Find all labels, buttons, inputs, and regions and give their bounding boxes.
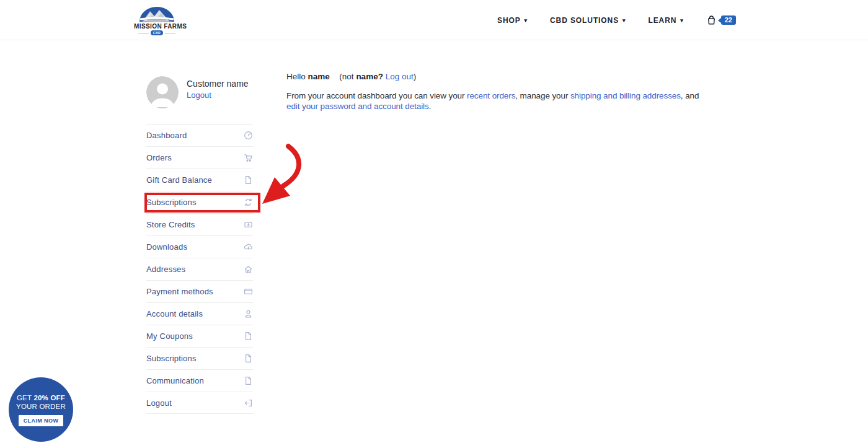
sidebar-item-orders[interactable]: Orders <box>146 146 253 169</box>
sidebar-item-label: Subscriptions <box>146 198 197 207</box>
annotation-arrow <box>251 143 322 211</box>
sidebar-item-label: Communication <box>146 376 204 385</box>
greeting-close-paren: ) <box>414 72 417 81</box>
site-header: MISSION FARMS CBD SHOP ▾ CBD SOLUTIONS ▾… <box>0 0 868 40</box>
file-icon <box>244 175 253 185</box>
credit-card-icon <box>244 287 253 296</box>
brand-name: MISSION FARMS <box>134 23 180 30</box>
claim-now-button[interactable]: CLAIM NOW <box>19 415 64 426</box>
badge-rule-left <box>138 33 149 33</box>
home-icon <box>244 265 253 274</box>
card-arrow-icon <box>244 220 253 229</box>
sidebar-item-logout[interactable]: Logout <box>146 392 253 414</box>
dashboard-paragraph: From your account dashboard you can view… <box>286 90 714 112</box>
cart-icon <box>244 153 253 162</box>
sidebar-item-subscriptions-2[interactable]: Subscriptions <box>146 347 253 369</box>
sidebar-item-label: Subscriptions <box>146 354 197 363</box>
cart-count-badge: 22 <box>721 15 736 25</box>
user-icon <box>244 309 253 318</box>
edit-password-account-link[interactable]: edit your password and account details <box>286 102 429 111</box>
cart-button[interactable]: 22 <box>706 15 736 25</box>
paragraph-text: , and <box>681 91 699 100</box>
gauge-icon <box>244 131 253 140</box>
sidebar-item-label: Account details <box>146 309 203 318</box>
sync-icon <box>244 198 253 207</box>
greeting-not-text: (not <box>339 72 353 81</box>
sidebar-item-gift-card-balance[interactable]: Gift Card Balance <box>146 169 253 191</box>
sidebar-item-label: Gift Card Balance <box>146 175 212 185</box>
brand-cbd-badge: CBD <box>151 30 163 35</box>
sign-out-icon <box>244 398 253 408</box>
sidebar-item-account-details[interactable]: Account details <box>146 302 253 325</box>
sidebar-item-store-credits[interactable]: Store Credits <box>146 213 253 235</box>
brand-badge-row: CBD <box>134 30 180 35</box>
greeting-username: name <box>308 72 330 81</box>
chevron-down-icon: ▾ <box>622 17 626 24</box>
greeting-hello: Hello <box>286 72 306 81</box>
sidebar-item-payment-methods[interactable]: Payment methods <box>146 280 253 302</box>
log-out-link[interactable]: Log out <box>386 72 414 81</box>
paragraph-text: From your account dashboard you can view… <box>286 91 467 100</box>
dashboard-content: Hello name (not name? Log out) From your… <box>286 71 714 112</box>
account-menu: Dashboard Orders Gift Card Balance S <box>146 124 253 414</box>
discount-promo-badge[interactable]: GET 20% OFF YOUR ORDER CLAIM NOW <box>9 377 73 442</box>
file-icon <box>244 354 253 363</box>
sidebar-item-communication[interactable]: Communication <box>146 369 253 392</box>
sidebar-item-label: Logout <box>146 398 172 408</box>
main-nav: SHOP ▾ CBD SOLUTIONS ▾ LEARN ▾ 22 <box>497 0 736 40</box>
nav-cbd-solutions-label: CBD SOLUTIONS <box>550 16 619 25</box>
greeting-line: Hello name (not name? Log out) <box>286 71 714 82</box>
profile-logout-link[interactable]: Logout <box>187 90 249 100</box>
paragraph-text: , manage your <box>515 91 570 100</box>
logo-mountain-icon <box>138 6 176 22</box>
profile-block: Customer name Logout <box>146 76 253 108</box>
account-sidebar: Customer name Logout Dashboard Orders Gi… <box>146 72 253 108</box>
file-icon <box>244 331 253 341</box>
sidebar-item-addresses[interactable]: Addresses <box>146 258 253 280</box>
sidebar-item-label: Store Credits <box>146 220 195 229</box>
nav-learn[interactable]: LEARN ▾ <box>648 16 683 25</box>
shopping-bag-icon <box>706 15 717 25</box>
chevron-down-icon: ▾ <box>525 17 528 24</box>
promo-line2: YOUR ORDER <box>9 402 73 411</box>
sidebar-item-label: Payment methods <box>146 287 213 296</box>
sidebar-item-label: Addresses <box>146 265 185 274</box>
profile-info: Customer name Logout <box>187 76 249 100</box>
sidebar-item-dashboard[interactable]: Dashboard <box>146 124 253 146</box>
shipping-billing-addresses-link[interactable]: shipping and billing addresses <box>570 91 681 100</box>
nav-learn-label: LEARN <box>648 16 676 25</box>
sidebar-item-label: Orders <box>146 153 172 162</box>
account-page: MISSION FARMS CBD SHOP ▾ CBD SOLUTIONS ▾… <box>0 0 868 443</box>
paragraph-text: . <box>429 102 432 111</box>
nav-shop-label: SHOP <box>497 16 521 25</box>
sidebar-item-my-coupons[interactable]: My Coupons <box>146 325 253 347</box>
cloud-download-icon <box>244 242 253 252</box>
profile-name: Customer name <box>187 79 249 89</box>
sidebar-item-downloads[interactable]: Downloads <box>146 235 253 258</box>
file-icon <box>244 376 253 385</box>
sidebar-item-label: My Coupons <box>146 331 193 341</box>
greeting-username-question: name? <box>356 72 383 81</box>
sidebar-item-label: Downloads <box>146 242 187 252</box>
sidebar-item-label: Dashboard <box>146 131 187 140</box>
sidebar-item-subscriptions[interactable]: Subscriptions <box>146 191 253 213</box>
recent-orders-link[interactable]: recent orders <box>467 91 515 100</box>
avatar <box>146 76 179 108</box>
nav-cbd-solutions[interactable]: CBD SOLUTIONS ▾ <box>550 16 626 25</box>
nav-shop[interactable]: SHOP ▾ <box>497 16 528 25</box>
promo-line1: GET 20% OFF <box>9 393 73 402</box>
mission-farms-logo[interactable]: MISSION FARMS CBD <box>134 6 180 35</box>
chevron-down-icon: ▾ <box>680 17 683 24</box>
badge-rule-right <box>165 33 175 33</box>
